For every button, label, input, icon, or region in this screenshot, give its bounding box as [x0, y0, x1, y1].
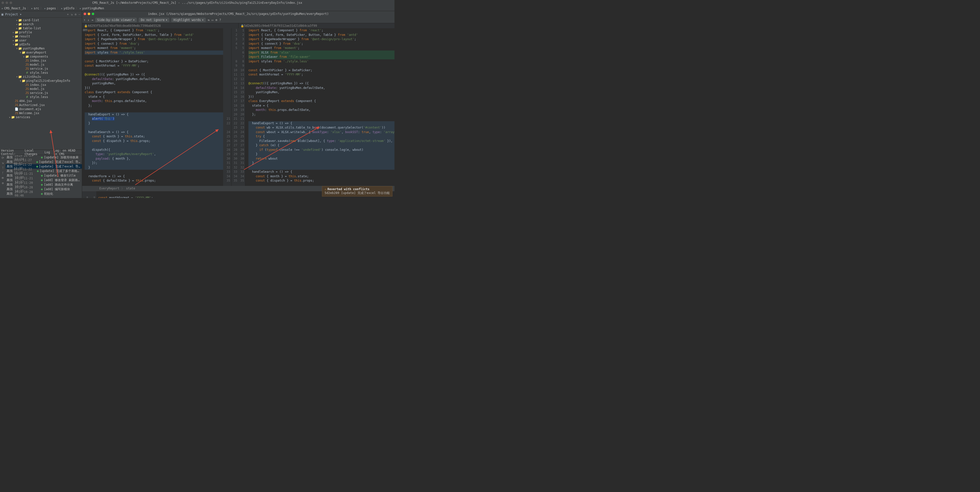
vcs-title: Version Control:: [1, 149, 21, 156]
project-label[interactable]: ▦ Project ▾: [2, 13, 21, 16]
tree-item[interactable]: ▸📁services: [0, 115, 82, 119]
tree-item[interactable]: ▸📁result: [0, 34, 82, 38]
nav-breadcrumb: ▸CMS_React_Js〉 ▸src〉 ▸pages〉 ▸ydInfo〉 ▸y…: [0, 6, 395, 11]
tree-item[interactable]: JSindex.jsx: [0, 59, 82, 63]
editor-area: index.jsx (/Users/qianggao/WebstormProje…: [82, 11, 395, 198]
crumb-2[interactable]: ▸pages: [44, 6, 56, 10]
diff-left-pane[interactable]: OFF import React, { Component } from 're…: [82, 28, 231, 186]
tree-item[interactable]: JS404.jsx: [0, 99, 82, 103]
crumb-0[interactable]: ▸CMS_React_Js: [2, 6, 26, 10]
tree-item[interactable]: ▾📁pingTaiZiJinEveryDayInfo: [0, 79, 82, 83]
minimize-icon[interactable]: [88, 13, 90, 15]
project-tree[interactable]: ▸📁card-list▸📁search▸📁table-list▸📁profile…: [0, 17, 82, 149]
diff-middle-gutter: 12345 8910111213141516171819202122232425…: [231, 28, 245, 186]
vcs-side-icons: ⟳ ⇲ ᛘ ᚶ 👁 ⚙: [0, 155, 6, 198]
jump-icon[interactable]: ⇥: [91, 18, 93, 22]
diff-titlebar: index.jsx (/Users/qianggao/WebstormProje…: [82, 11, 395, 17]
tree-item[interactable]: ▾📁ziJinShuJu: [0, 75, 82, 79]
cherrypick-icon[interactable]: ⇲: [2, 161, 3, 165]
tree-item[interactable]: ▸📁profile: [0, 30, 82, 34]
notification-toast[interactable]: ⚠Reverted with conflicts 5d2eb289 [updat…: [322, 186, 393, 197]
gear2-icon[interactable]: ⚙: [2, 181, 3, 185]
max-dot-disabled: [10, 2, 12, 4]
close-icon[interactable]: [84, 13, 86, 15]
diff-toolbar: ↑ ↓ ⇥ Side-by-side viewer▾ Do not ignore…: [82, 17, 395, 23]
branch2-icon[interactable]: ᚶ: [2, 171, 4, 175]
tree-item[interactable]: ▸📁table-list: [0, 26, 82, 30]
vcs-commit-list[interactable]: 高强2019-11-27 11:34●[update] 加载等待效果高强2019…: [6, 155, 82, 198]
settings-icon[interactable]: ⚙: [215, 18, 217, 22]
diff-traffic-lights: [84, 13, 94, 15]
tree-item[interactable]: ▾📁ydInfo: [0, 43, 82, 46]
diff-title-text: index.jsx (/Users/qianggao/WebstormProje…: [148, 12, 329, 16]
crumb-4[interactable]: ▸yunYingBuMen: [80, 6, 104, 10]
viewer-mode-select[interactable]: Side-by-side viewer▾: [95, 17, 137, 22]
sync-icon[interactable]: ▭: [212, 18, 213, 22]
diff-right-pane[interactable]: import React, { Component } from 'react'…: [245, 28, 395, 186]
vcs-log: ⟳ ⇲ ᛘ ᚶ 👁 ⚙ 高强2019-11-27 11:34●[update] …: [0, 155, 82, 198]
tree-item[interactable]: JSWelcome.jsx: [0, 111, 82, 115]
hide-icon[interactable]: —: [79, 13, 80, 16]
branch-icon[interactable]: ᛘ: [2, 166, 4, 170]
tree-item[interactable]: JSindex.jsx: [0, 83, 82, 87]
window-title: CMS_React_Js [~/WebstormProjects/CMS_Rea…: [92, 1, 302, 5]
warning-icon: ⚠: [325, 187, 326, 191]
tree-item[interactable]: JSmodel.js: [0, 87, 82, 91]
tree-item[interactable]: ▸📁card-list: [0, 18, 82, 22]
next-diff-icon[interactable]: ↓: [88, 18, 89, 22]
eye-icon[interactable]: 👁: [1, 176, 4, 180]
ignore-select[interactable]: Do not ignore▾: [139, 17, 169, 22]
gear-icon[interactable]: ⚙: [75, 13, 76, 16]
traffic-lights: [2, 2, 12, 4]
expand-icon[interactable]: ⇲: [71, 13, 73, 16]
prev-diff-icon[interactable]: ↑: [84, 18, 86, 22]
diff-revisions: 🔒 4d293f5a1da74baf8dcdea6b50e8c7398ab655…: [82, 23, 395, 28]
vcs-tab-log[interactable]: Log: [45, 151, 50, 154]
readonly-badge: OFF: [83, 29, 88, 31]
commit-row[interactable]: 高强2019-10-28 08:46●初始化: [6, 192, 82, 196]
left-panel: ▦ Project ▾ ⌖ ⇲ ⚙ — ▸📁card-list▸📁search▸…: [0, 11, 82, 198]
vcs-tab-loghead[interactable]: Log: on HEAD in CMS: [54, 149, 77, 156]
window-titlebar: CMS_React_Js [~/WebstormProjects/CMS_Rea…: [0, 0, 395, 6]
help-icon[interactable]: ?: [220, 18, 221, 22]
left-revision: 🔒 4d293f5a1da74baf8dcdea6b50e8c7398ab655…: [82, 23, 239, 28]
min-dot-disabled: [6, 2, 8, 4]
vcs-tab-local[interactable]: Local Changes: [24, 149, 41, 156]
highlight-select[interactable]: Highlight words▾: [171, 17, 206, 22]
tree-item[interactable]: JSmodel.js: [0, 63, 82, 67]
target-icon[interactable]: ⌖: [67, 13, 69, 16]
project-toolwindow-header: ▦ Project ▾ ⌖ ⇲ ⚙ —: [0, 11, 82, 17]
tree-item[interactable]: 📄document.ejs: [0, 107, 82, 111]
crumb-3[interactable]: ▸ydInfo: [61, 6, 75, 10]
close-dot-disabled: [2, 2, 4, 4]
diff-window: index.jsx (/Users/qianggao/WebstormProje…: [82, 11, 395, 186]
tree-item[interactable]: #style.less: [0, 95, 82, 99]
refresh-icon[interactable]: ⟳: [2, 156, 4, 160]
tree-item[interactable]: #style.less: [0, 71, 82, 75]
vcs-tabs: Version Control: Local Changes Log Log: …: [0, 149, 82, 155]
tree-item[interactable]: ▸📁search: [0, 22, 82, 26]
collapse-icon[interactable]: ⇆: [208, 18, 210, 22]
tree-item[interactable]: JSservice.js: [0, 91, 82, 95]
right-revision: 🔒 5d2eb2891c94e6ff36f0312ae31d21d864ca3f…: [239, 23, 395, 28]
tree-item[interactable]: ▾📁everyReport: [0, 51, 82, 54]
zoom-icon[interactable]: [92, 13, 94, 15]
tree-item[interactable]: ▾📁yunYingBuMen: [0, 46, 82, 51]
tree-item[interactable]: ▸📁components: [0, 54, 82, 59]
tree-item[interactable]: JSAuthorized.jsx: [0, 103, 82, 107]
tree-item[interactable]: ▸📁user: [0, 38, 82, 43]
crumb-1[interactable]: ▸src: [31, 6, 39, 10]
tree-item[interactable]: JSservice.js: [0, 67, 82, 71]
